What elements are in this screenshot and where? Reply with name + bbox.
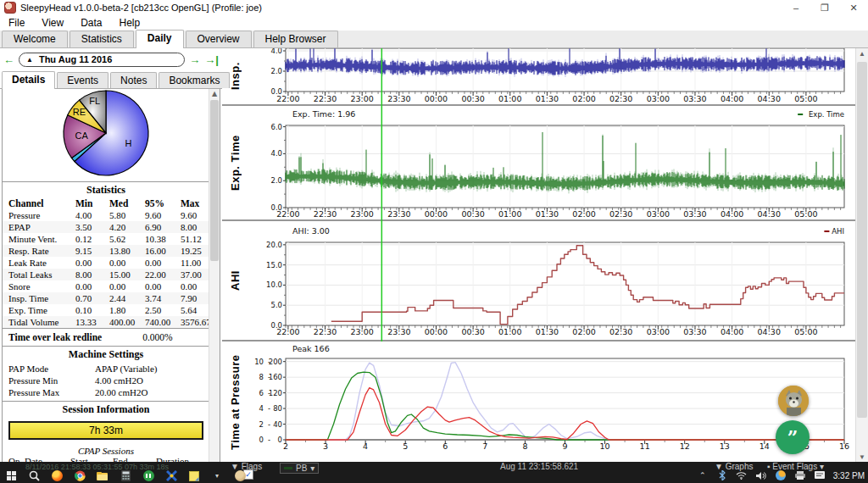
detail-tabbar: Details Events Notes Bookmarks bbox=[0, 70, 222, 89]
svg-text:03:30: 03:30 bbox=[683, 209, 706, 219]
volume-icon[interactable] bbox=[755, 469, 767, 481]
svg-text:5.0: 5.0 bbox=[270, 301, 282, 309]
svg-text:22:30: 22:30 bbox=[314, 209, 337, 219]
menu-file[interactable]: File bbox=[0, 16, 33, 30]
tab-overview[interactable]: Overview bbox=[186, 31, 252, 47]
file-explorer-icon[interactable] bbox=[97, 470, 108, 482]
svg-text:15.0: 15.0 bbox=[266, 261, 282, 269]
feedback-quote-button[interactable]: ” bbox=[776, 420, 810, 454]
menu-view[interactable]: View bbox=[33, 16, 72, 30]
tab-statistics[interactable]: Statistics bbox=[70, 31, 134, 47]
minimize-button[interactable]: – bbox=[782, 0, 810, 15]
svg-text:-: - bbox=[268, 404, 270, 413]
svg-text:03:00: 03:00 bbox=[647, 209, 670, 219]
calculator-icon[interactable] bbox=[120, 470, 131, 482]
svg-text:12: 12 bbox=[680, 441, 690, 451]
taskbar-chevron-icon[interactable]: ▾ bbox=[211, 470, 223, 482]
chart-ahi-axis-title: AHI bbox=[224, 221, 246, 340]
menu-data[interactable]: Data bbox=[72, 16, 110, 30]
svg-text:40: 40 bbox=[273, 420, 282, 429]
app-icon bbox=[4, 2, 16, 14]
charts-scrollbar[interactable]: ▲ ▼ bbox=[855, 48, 868, 463]
system-tray: ⌃ 3:32 PM bbox=[697, 468, 865, 483]
restore-button[interactable]: ❐ bbox=[810, 0, 839, 15]
svg-text:4.0: 4.0 bbox=[270, 149, 282, 158]
search-icon[interactable] bbox=[28, 470, 40, 482]
menubar: File View Data Help bbox=[0, 15, 868, 31]
svg-text:-: - bbox=[268, 389, 270, 397]
session-duration-bar[interactable]: 7h 33m bbox=[8, 421, 203, 440]
svg-text:22:00: 22:00 bbox=[276, 327, 299, 336]
svg-text:16: 16 bbox=[839, 441, 849, 451]
svg-text:01:30: 01:30 bbox=[536, 327, 559, 336]
scroll-up-icon[interactable]: ▲ bbox=[209, 89, 220, 99]
subtab-notes[interactable]: Notes bbox=[110, 72, 157, 88]
subtab-details[interactable]: Details bbox=[2, 71, 55, 89]
prev-day-button[interactable]: ← bbox=[3, 54, 14, 65]
svg-text:04:30: 04:30 bbox=[758, 209, 781, 219]
svg-text:-: - bbox=[268, 358, 270, 366]
session-information-title: Session Information bbox=[3, 402, 209, 418]
next-day-button[interactable]: → bbox=[189, 54, 200, 65]
chart-ahi-plot[interactable]: AHI: 3.00AHI0.05.010.015.020.022:0022:30… bbox=[222, 221, 856, 341]
start-button[interactable] bbox=[5, 470, 17, 482]
leak-redline-row: Time over leak redline 0.000% bbox=[3, 329, 209, 346]
svg-text:22:00: 22:00 bbox=[276, 94, 299, 103]
pb-dropdown[interactable]: PB ▾ bbox=[280, 463, 319, 474]
stats-row: Resp. Rate9.1513.8016.0019.25 bbox=[3, 245, 214, 257]
subtab-bookmarks[interactable]: Bookmarks bbox=[159, 72, 230, 88]
subtab-events[interactable]: Events bbox=[57, 72, 108, 88]
chrome-icon[interactable] bbox=[74, 470, 86, 482]
svg-text:9: 9 bbox=[562, 441, 567, 451]
bluetooth-icon[interactable] bbox=[716, 469, 728, 481]
svg-text:03:30: 03:30 bbox=[683, 327, 706, 336]
chart-exp_time-plot[interactable]: Exp. Time: 1.96Exp. Time0.02.04.06.022:0… bbox=[222, 106, 856, 221]
svg-text:80: 80 bbox=[273, 404, 282, 413]
tray-expand-icon[interactable]: ⌃ bbox=[697, 469, 709, 481]
svg-text:0: 0 bbox=[259, 436, 264, 444]
svg-text:3: 3 bbox=[323, 441, 328, 451]
leak-redline-label: Time over leak redline bbox=[8, 332, 102, 342]
charts-scrollbar-thumb[interactable] bbox=[857, 62, 867, 418]
svg-text:6.0: 6.0 bbox=[270, 123, 282, 131]
svg-text:Peak 166: Peak 166 bbox=[292, 344, 330, 353]
stats-row: Insp. Time0.702.443.747.90 bbox=[3, 292, 214, 304]
close-button[interactable]: ✕ bbox=[839, 0, 868, 15]
charts-scroll-up-icon[interactable]: ▲ bbox=[856, 48, 868, 59]
latest-day-button[interactable]: →| bbox=[204, 54, 219, 65]
tab-welcome[interactable]: Welcome bbox=[2, 31, 68, 47]
svg-text:04:30: 04:30 bbox=[758, 327, 781, 336]
svg-text:23:30: 23:30 bbox=[387, 94, 410, 103]
x-app-icon[interactable] bbox=[165, 470, 177, 482]
svg-text:01:00: 01:00 bbox=[498, 327, 521, 336]
svg-text:2.0: 2.0 bbox=[270, 176, 282, 185]
scrollbar-thumb[interactable] bbox=[210, 100, 219, 261]
taskbar: 8/11/2016 21:58:33 05:31:55 07h 33m 18s … bbox=[0, 462, 868, 483]
tab-daily[interactable]: Daily bbox=[136, 30, 184, 48]
tab-help-browser[interactable]: Help Browser bbox=[253, 31, 338, 47]
chart-ahi: AHI: 3.00AHI0.05.010.015.020.022:0022:30… bbox=[222, 221, 856, 341]
notification-icon[interactable] bbox=[814, 469, 826, 481]
wifi-icon[interactable] bbox=[736, 469, 748, 481]
overlay-avatar[interactable] bbox=[778, 386, 809, 416]
chart-time_at_pressure-plot[interactable]: Peak 16600-402-804-1206-1608-20010-23456… bbox=[222, 341, 856, 463]
weather-icon[interactable] bbox=[775, 469, 787, 481]
svg-text:4: 4 bbox=[363, 441, 368, 451]
chart-insp-axis-title: Insp. bbox=[224, 48, 246, 104]
sticky-notes-icon[interactable] bbox=[188, 470, 200, 482]
svg-text:00:30: 00:30 bbox=[461, 209, 484, 219]
chart-time_at_pressure: Peak 16600-402-804-1206-1608-20010-23456… bbox=[222, 341, 856, 463]
svg-text:05:00: 05:00 bbox=[794, 94, 817, 103]
chart-insp-plot[interactable]: 0.02.04.022:0022:3023:0023:3000:0000:300… bbox=[222, 48, 856, 106]
svg-text:-: - bbox=[268, 420, 270, 429]
date-picker[interactable]: ▲ Thu Aug 11 2016 bbox=[19, 53, 185, 67]
printer-icon[interactable] bbox=[794, 469, 806, 481]
menu-help[interactable]: Help bbox=[111, 16, 149, 30]
hamster-app-icon[interactable] bbox=[234, 470, 246, 482]
taskbar-clock[interactable]: 3:32 PM bbox=[833, 471, 865, 480]
firefox-icon[interactable] bbox=[51, 470, 63, 482]
details-scrollbar[interactable]: ▲ bbox=[209, 89, 220, 467]
green-app-icon[interactable] bbox=[142, 470, 154, 482]
leak-redline-value: 0.000% bbox=[142, 332, 172, 342]
svg-text:10.0: 10.0 bbox=[266, 280, 282, 289]
